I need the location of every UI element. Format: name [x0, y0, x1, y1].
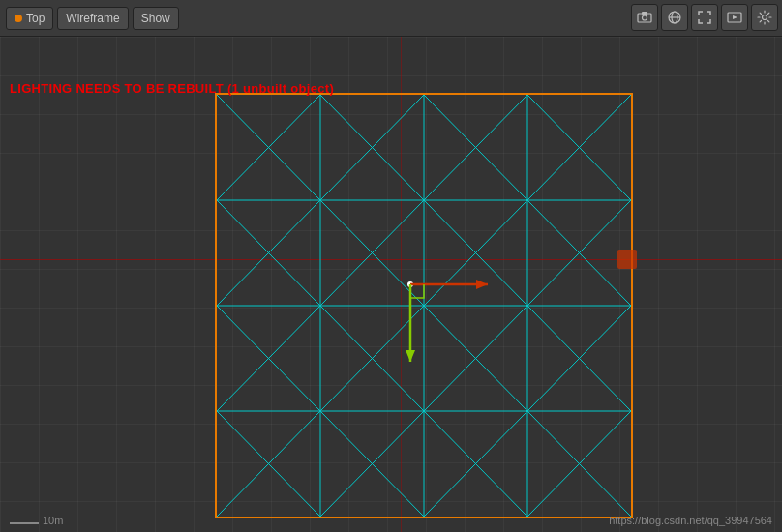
watermark-url: https://blog.csdn.net/qq_39947564	[609, 515, 772, 526]
camera-icon	[637, 10, 652, 25]
wireframe-button[interactable]: Wireframe	[57, 7, 128, 30]
view-button[interactable]: Top	[6, 7, 53, 30]
scene-icon	[727, 10, 742, 25]
axis-gizmo	[410, 284, 526, 400]
right-toolbar	[631, 4, 778, 31]
lighting-warning: LIGHTING NEEDS TO BE REBUILT (1 unbuilt …	[10, 81, 334, 96]
camera-button[interactable]	[631, 4, 658, 31]
view-label: Top	[26, 12, 45, 25]
expand-icon	[697, 10, 712, 25]
expand-button[interactable]	[691, 4, 718, 31]
svg-rect-2	[642, 12, 647, 15]
scene-button[interactable]	[721, 4, 748, 31]
svg-marker-7	[733, 15, 737, 19]
scale-bar	[10, 522, 39, 524]
settings-button[interactable]	[751, 4, 778, 31]
viewport[interactable]: LIGHTING NEEDS TO BE REBUILT (1 unbuilt …	[0, 37, 782, 532]
wireframe-label: Wireframe	[66, 12, 119, 25]
show-label: Show	[141, 12, 170, 25]
svg-point-1	[643, 15, 647, 20]
settings-icon	[757, 10, 772, 25]
show-button[interactable]: Show	[133, 7, 179, 30]
object-indicator	[617, 250, 637, 269]
scale-indicator: 10m	[10, 515, 63, 526]
scale-label: 10m	[43, 515, 63, 526]
globe-icon	[667, 10, 682, 25]
globe-button[interactable]	[661, 4, 688, 31]
svg-rect-0	[638, 14, 651, 22]
svg-point-8	[763, 15, 767, 20]
view-dot	[15, 15, 22, 22]
